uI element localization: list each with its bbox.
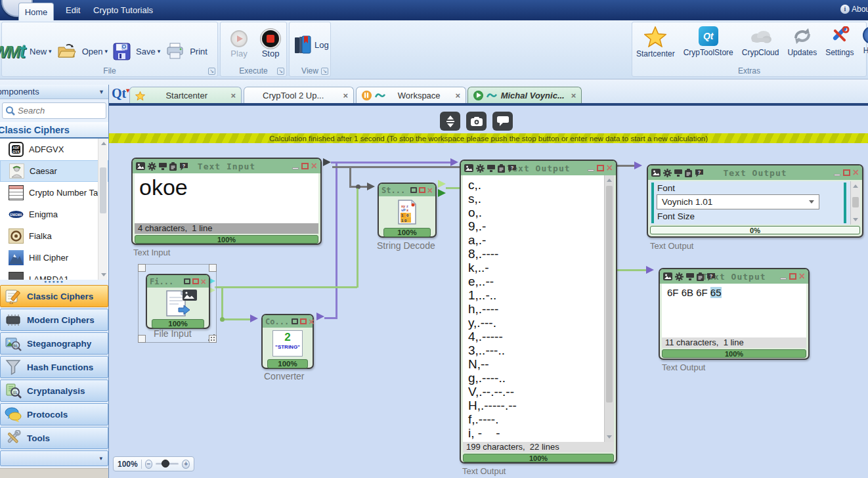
text-output-area[interactable]: c,. s,. o,. 9,.- a,.- 8,.---- k,..- e,..… [463,175,614,442]
about-button[interactable]: iAbout [840,5,868,14]
crypcloud-button[interactable]: CrypCloud [742,26,779,57]
search-box[interactable] [2,102,106,119]
component-item-caesar[interactable]: Caesar [0,160,108,182]
scroll-down-icon[interactable] [853,218,858,221]
workspace-canvas[interactable]: Calculation finished after 1 second (To … [109,106,868,478]
scroll-up-icon[interactable] [101,142,106,145]
category-overflow-bar[interactable]: ▾ [0,450,108,466]
input-connector-icon[interactable] [250,315,258,322]
save-button[interactable]: Save▾ [136,47,160,56]
category-hash-functions[interactable]: Hash Functions [0,356,108,378]
file-input-component[interactable]: Fi... × 100% [146,274,210,329]
restore-button[interactable] [292,318,298,324]
zoom-slider[interactable] [156,463,179,465]
help-button[interactable]: ? Help [863,26,868,55]
view-dialog-launcher[interactable]: ↘ [321,68,328,75]
close-tab-icon[interactable]: × [571,91,576,100]
close-button[interactable]: × [427,186,433,194]
stop-button[interactable]: Stop [255,30,286,58]
components-panel-header[interactable]: Components ▼ [0,85,108,99]
close-button[interactable]: × [201,278,206,286]
minimize-button[interactable] [780,278,787,280]
close-tab-icon[interactable]: × [343,91,348,100]
category-steganography[interactable]: 01 Steganography [0,332,108,355]
updates-button[interactable]: Updates [787,26,817,57]
tab-michal-voynich[interactable]: Michal Voynic... × [467,87,582,104]
resize-handle[interactable] [209,264,217,272]
scroll-up-icon[interactable] [607,179,612,182]
text-output-font-component[interactable]: ? Text Output × Font Voynich 1.01 Font S… [647,164,863,238]
output-connector-icon[interactable] [438,189,446,197]
output-connector-icon[interactable] [438,180,446,188]
maximize-button[interactable] [301,163,309,169]
close-button[interactable]: × [607,164,613,172]
zoom-out-button[interactable]: − [145,460,153,469]
minimize-button[interactable] [588,169,594,171]
maximize-button[interactable] [843,169,850,176]
settings-button[interactable]: Settings [825,26,854,57]
text-input-area[interactable]: okoe [135,173,318,223]
fit-screen-button[interactable] [440,112,460,131]
text-output-hex-component[interactable]: ? Text Output × 6F 6B 6F 65 11 character… [659,268,810,360]
maximize-button[interactable] [597,165,604,171]
minimize-button[interactable] [292,167,299,169]
scrollbar-thumb[interactable] [606,186,613,402]
splitter-handle[interactable]: ●●●●● [0,280,108,285]
tab-cryptool2-update[interactable]: CrypTool 2 Up... × [244,87,354,104]
input-connector-icon[interactable] [646,266,654,274]
restore-button[interactable] [410,187,417,193]
category-classic-ciphers[interactable]: Classic Ciphers [0,285,108,307]
input-connector-icon[interactable] [634,162,642,169]
zoom-in-button[interactable]: + [182,460,190,469]
maximize-button[interactable] [192,278,199,284]
execute-dialog-launcher[interactable]: ↘ [277,68,284,75]
zoom-slider-handle[interactable] [162,460,169,467]
cryptoolstore-button[interactable]: Qt CrypToolStore [684,26,733,57]
scroll-down-icon[interactable] [101,273,106,276]
new-button[interactable]: New▾ [30,47,52,56]
log-button[interactable]: Log [294,35,329,54]
scrollbar[interactable] [98,139,108,280]
category-modern-ciphers[interactable]: Modern Ciphers [0,309,108,331]
component-item-crypto-number-tab[interactable]: Crypto Number Tab [0,182,108,204]
scrollbar[interactable] [850,181,860,225]
maximize-button[interactable] [300,318,307,324]
close-button[interactable]: × [309,318,314,326]
text-input-component[interactable]: ? Text Input × okoe 4 characters, 1 line… [131,158,322,245]
text-output-area[interactable]: 6F 6B 6F 65 [662,284,806,337]
component-item-fialka[interactable]: Fialka [0,225,108,247]
maximize-button[interactable] [419,187,425,193]
menu-tab-home[interactable]: Home [18,3,54,20]
category-tools[interactable]: Tools [0,427,108,449]
resize-grip[interactable] [207,333,215,341]
close-button[interactable]: × [799,272,805,280]
scroll-down-icon[interactable] [607,435,612,439]
screenshot-button[interactable] [466,112,487,131]
close-tab-icon[interactable]: × [230,91,236,100]
close-button[interactable]: × [853,169,859,177]
play-button[interactable]: Play [223,30,255,58]
search-input[interactable] [18,106,90,116]
input-connector-icon[interactable] [450,158,458,166]
converter-component[interactable]: Co... × 2 "STRING" 100% [261,314,314,369]
print-button[interactable]: Print [190,47,207,56]
tab-startcenter[interactable]: Startcenter × [129,87,242,104]
scrollbar-thumb[interactable] [852,197,859,207]
menu-tab-crypto-tutorials[interactable]: Crypto Tutorials [84,0,162,20]
restore-button[interactable] [184,278,190,284]
category-cryptanalysis[interactable]: 01 Cryptanalysis [0,380,108,402]
tab-workspace[interactable]: Workspace × [356,87,466,104]
scrollbar-thumb[interactable] [100,167,106,213]
startcenter-button[interactable]: Startcenter [636,26,675,58]
scrollbar[interactable] [604,175,614,442]
string-decode-component[interactable]: St... × xyzvPx 101 0 100% [378,183,437,238]
text-output-main-component[interactable]: ? Text Output × c,. s,. o,. 9,.- a,.- 8,… [460,160,617,464]
comment-button[interactable] [492,112,513,131]
component-item-adfgvx[interactable]: ADFGVX ADFGVX [0,139,108,160]
resize-handle[interactable] [138,264,146,272]
input-connector-icon[interactable] [367,183,375,190]
category-protocols[interactable]: Protocols [0,403,108,425]
output-connector-icon[interactable] [316,313,324,320]
component-item-enigma[interactable]: ENIGMA Enigma [0,204,108,225]
component-item-hill-cipher[interactable]: Hill Cipher [0,247,108,269]
